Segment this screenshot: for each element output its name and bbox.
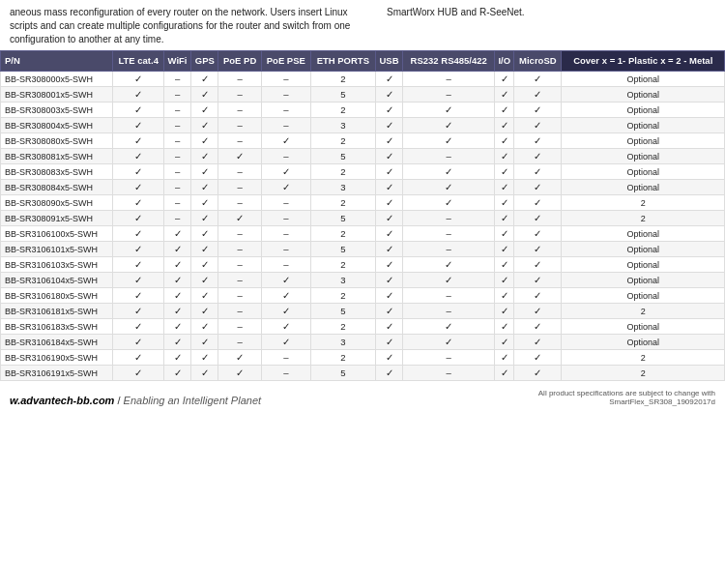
col-header-eth: ETH PORTS — [310, 51, 375, 72]
cell-gps: ✓ — [191, 103, 218, 118]
product-table: P/N LTE cat.4 WiFi GPS PoE PD PoE PSE ET… — [0, 50, 725, 381]
cell-microsd: ✓ — [514, 335, 562, 350]
cell-io: ✓ — [495, 195, 514, 211]
cell-cover: Optional — [562, 319, 725, 335]
cell-pn: BB-SR308083x5-SWH — [1, 164, 113, 180]
cell-rs232: ✓ — [403, 273, 495, 288]
cell-microsd: ✓ — [514, 195, 562, 211]
cell-usb: ✓ — [375, 350, 402, 366]
cell-poe_pd: – — [218, 335, 261, 350]
cell-pn: BB-SR308080x5-SWH — [1, 133, 113, 149]
cell-usb: ✓ — [375, 72, 402, 87]
col-header-usb: USB — [375, 51, 402, 72]
cell-microsd: ✓ — [514, 180, 562, 195]
cell-poe_pd: – — [218, 226, 261, 242]
cell-microsd: ✓ — [514, 118, 562, 133]
cell-cover: Optional — [562, 288, 725, 304]
cell-io: ✓ — [495, 211, 514, 226]
cell-poe_pse: – — [261, 72, 310, 87]
cell-io: ✓ — [495, 304, 514, 319]
cell-wifi: ✓ — [163, 335, 190, 350]
cell-lte: ✓ — [113, 288, 164, 304]
cell-io: ✓ — [495, 72, 514, 87]
cell-cover: 2 — [562, 211, 725, 226]
cell-lte: ✓ — [113, 257, 164, 273]
table-row: BB-SR308091x5-SWH✓–✓✓–5✓–✓✓2 — [1, 211, 725, 226]
cell-eth_ports: 5 — [310, 211, 375, 226]
cell-pn: BB-SR3106181x5-SWH — [1, 304, 113, 319]
cell-io: ✓ — [495, 319, 514, 335]
cell-pn: BB-SR308003x5-SWH — [1, 103, 113, 118]
footer-left: w.advantech-bb.com / Enabling an Intelli… — [10, 395, 261, 406]
cell-rs232: – — [403, 350, 495, 366]
cell-rs232: – — [403, 87, 495, 103]
cell-cover: Optional — [562, 335, 725, 350]
cell-lte: ✓ — [113, 133, 164, 149]
cell-lte: ✓ — [113, 149, 164, 164]
cell-microsd: ✓ — [514, 164, 562, 180]
cell-pn: BB-SR308001x5-SWH — [1, 87, 113, 103]
col-header-io: I/O — [495, 51, 514, 72]
cell-usb: ✓ — [375, 195, 402, 211]
cell-wifi: ✓ — [163, 288, 190, 304]
cell-eth_ports: 2 — [310, 72, 375, 87]
cell-poe_pd: ✓ — [218, 149, 261, 164]
cell-cover: Optional — [562, 87, 725, 103]
cell-poe_pse: ✓ — [261, 304, 310, 319]
cell-io: ✓ — [495, 149, 514, 164]
cell-lte: ✓ — [113, 350, 164, 366]
cell-poe_pd: – — [218, 288, 261, 304]
cell-poe_pd: – — [218, 103, 261, 118]
cell-poe_pd: – — [218, 72, 261, 87]
cell-pn: BB-SR3106184x5-SWH — [1, 335, 113, 350]
cell-poe_pse: – — [261, 87, 310, 103]
cell-rs232: – — [403, 226, 495, 242]
cell-eth_ports: 3 — [310, 273, 375, 288]
cell-poe_pse: ✓ — [261, 288, 310, 304]
cell-lte: ✓ — [113, 103, 164, 118]
cell-wifi: – — [163, 211, 190, 226]
cell-usb: ✓ — [375, 149, 402, 164]
cell-poe_pse: ✓ — [261, 180, 310, 195]
cell-wifi: ✓ — [163, 226, 190, 242]
table-row: BB-SR3106191x5-SWH✓✓✓✓–5✓–✓✓2 — [1, 366, 725, 381]
cell-gps: ✓ — [191, 87, 218, 103]
table-row: BB-SR3106184x5-SWH✓✓✓–✓3✓✓✓✓Optional — [1, 335, 725, 350]
cell-pn: BB-SR3106103x5-SWH — [1, 257, 113, 273]
cell-rs232: – — [403, 366, 495, 381]
cell-poe_pd: – — [218, 304, 261, 319]
cell-io: ✓ — [495, 180, 514, 195]
cell-usb: ✓ — [375, 273, 402, 288]
cell-gps: ✓ — [191, 149, 218, 164]
cell-usb: ✓ — [375, 304, 402, 319]
table-row: BB-SR3106181x5-SWH✓✓✓–✓5✓–✓✓2 — [1, 304, 725, 319]
cell-gps: ✓ — [191, 164, 218, 180]
cell-gps: ✓ — [191, 211, 218, 226]
cell-rs232: – — [403, 72, 495, 87]
col-header-poe-pse: PoE PSE — [261, 51, 310, 72]
cell-pn: BB-SR3106183x5-SWH — [1, 319, 113, 335]
cell-wifi: – — [163, 72, 190, 87]
cell-cover: Optional — [562, 133, 725, 149]
col-header-lte: LTE cat.4 — [113, 51, 164, 72]
cell-rs232: – — [403, 288, 495, 304]
cell-microsd: ✓ — [514, 149, 562, 164]
cell-eth_ports: 3 — [310, 118, 375, 133]
cell-rs232: ✓ — [403, 118, 495, 133]
cell-poe_pse: – — [261, 118, 310, 133]
cell-poe_pd: – — [218, 164, 261, 180]
cell-eth_ports: 2 — [310, 319, 375, 335]
col-header-microsd: MicroSD — [514, 51, 562, 72]
table-row: BB-SR308090x5-SWH✓–✓––2✓✓✓✓2 — [1, 195, 725, 211]
cell-lte: ✓ — [113, 211, 164, 226]
cell-io: ✓ — [495, 87, 514, 103]
cell-pn: BB-SR308000x5-SWH — [1, 72, 113, 87]
col-header-gps: GPS — [191, 51, 218, 72]
cell-wifi: – — [163, 87, 190, 103]
cell-wifi: ✓ — [163, 242, 190, 257]
cell-gps: ✓ — [191, 304, 218, 319]
table-row: BB-SR3106183x5-SWH✓✓✓–✓2✓✓✓✓Optional — [1, 319, 725, 335]
cell-poe_pd: – — [218, 195, 261, 211]
cell-lte: ✓ — [113, 366, 164, 381]
cell-lte: ✓ — [113, 118, 164, 133]
